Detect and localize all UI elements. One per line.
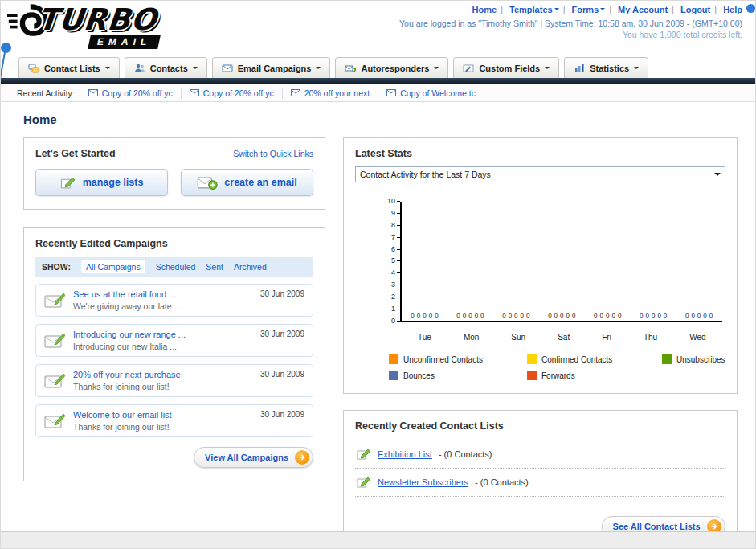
campaigns-title: Recently Edited Campaigns: [35, 238, 313, 249]
campaign-subtitle: Introducing our new Italia ...: [73, 342, 252, 351]
recent-activity-item[interactable]: Copy of 20% off yc: [181, 88, 282, 99]
autoresponders-icon: [345, 63, 356, 74]
campaign-envelope-pencil-icon: [44, 412, 65, 429]
recent-activity-item[interactable]: Copy of 20% off yc: [80, 88, 181, 99]
chart-value-label: 0: [709, 312, 713, 319]
chart-value-label: 0: [514, 312, 517, 319]
chart-value-label: 0: [691, 312, 694, 319]
envelope-icon: [190, 89, 199, 96]
campaign-envelope-pencil-icon: [44, 331, 65, 349]
chart-value-label: 0: [657, 312, 660, 319]
get-started-panel: Let's Get Started Switch to Quick Links …: [23, 137, 325, 210]
recent-activity-label: Recent Activity:: [17, 88, 75, 98]
create-email-button[interactable]: create an email: [181, 169, 313, 196]
chart-value-label: 0: [480, 312, 484, 319]
legend-swatch: [527, 354, 537, 364]
contact-list-link[interactable]: Exhibition List: [378, 449, 432, 459]
top-link-my-account[interactable]: My Account: [618, 5, 668, 14]
pencil-icon: [60, 176, 76, 190]
campaign-subtitle: Thanks for joining our list!: [73, 382, 252, 391]
campaign-subtitle: Thanks for joining our list!: [73, 422, 252, 432]
chart-value-label: 0: [521, 312, 524, 319]
dropdown-arrow-icon: [714, 173, 721, 179]
tab-statistics[interactable]: Statistics: [564, 57, 648, 78]
chart-value-label: 0: [572, 312, 575, 319]
contact-list-row: Newsletter Subscribers - (0 Contacts): [355, 469, 725, 497]
contact-list-link[interactable]: Newsletter Subscribers: [378, 477, 468, 487]
campaign-date: 30 Jun 2009: [260, 289, 304, 298]
header: TURBO EMAIL Home| Templates| Forms| My A…: [1, 1, 755, 54]
legend-swatch: [527, 371, 537, 380]
decorative-dot: [746, 4, 755, 13]
manage-lists-button[interactable]: manage lists: [35, 169, 168, 196]
chart-value-label: 0: [435, 312, 438, 319]
chart-x-label: Fri: [602, 333, 611, 342]
campaign-row: Welcome to our email list Thanks for joi…: [35, 404, 313, 437]
top-link-home[interactable]: Home: [472, 5, 497, 14]
top-link-templates[interactable]: Templates: [509, 5, 553, 14]
campaign-title-link[interactable]: Introducing our new range ...: [73, 330, 252, 339]
contact-activity-chart: 109876543210 000000000000000000000000000…: [379, 202, 722, 342]
chart-value-label: 0: [526, 312, 529, 319]
login-info: You are logged in as "Timothy Smith" | S…: [399, 18, 742, 28]
contact-lists-icon: [28, 63, 39, 74]
switch-quick-links-link[interactable]: Switch to Quick Links: [233, 149, 313, 158]
top-link-logout[interactable]: Logout: [680, 5, 710, 14]
campaign-title-link[interactable]: Welcome to our email list: [73, 410, 252, 420]
campaign-title-link[interactable]: 20% off your next purchase: [73, 370, 252, 379]
chart-value-label: 0: [640, 312, 643, 319]
chevron-down-icon: [545, 67, 550, 72]
top-link-help[interactable]: Help: [723, 5, 742, 14]
tab-email-campaigns[interactable]: Email Campaigns: [212, 57, 331, 78]
chart-y-tick: 0: [391, 318, 400, 325]
filter-archived[interactable]: Archived: [234, 262, 267, 272]
filter-all-campaigns[interactable]: All Campaigns: [81, 260, 145, 273]
legend-swatch: [662, 354, 672, 364]
tab-autoresponders[interactable]: Autoresponders: [335, 57, 448, 78]
campaign-envelope-pencil-icon: [44, 371, 65, 389]
chart-value-label: 0: [423, 312, 426, 319]
chart-value-group: 00000: [502, 312, 529, 319]
chart-value-label: 0: [600, 312, 603, 319]
chart-x-label: Wed: [689, 333, 705, 342]
get-started-title: Let's Get Started: [35, 148, 116, 159]
pencil-icon: [357, 476, 371, 489]
chart-value-label: 0: [685, 312, 689, 319]
chart-value-label: 0: [411, 312, 414, 319]
chart-value-group: 00000: [685, 312, 713, 319]
recent-activity-item[interactable]: Copy of Welcome tc: [378, 88, 484, 99]
main-nav: Contact Lists Contacts Email Campaigns A…: [1, 56, 755, 78]
chart-value-label: 0: [502, 312, 505, 319]
stats-title: Latest Stats: [355, 148, 725, 159]
campaign-filter-bar: SHOW: All Campaigns Scheduled Sent Archi…: [35, 257, 313, 277]
chevron-down-icon: [600, 8, 605, 13]
legend-item: Bounces: [389, 371, 527, 380]
campaign-row: See us at the retail food ... We're givi…: [35, 284, 313, 317]
chart-value-label: 0: [468, 312, 472, 319]
filter-sent[interactable]: Sent: [206, 262, 223, 272]
stats-period-dropdown[interactable]: Contact Activity for the Last 7 Days: [355, 166, 725, 182]
legend-item: Confirmed Contacts: [527, 354, 662, 364]
tab-contact-lists[interactable]: Contact Lists: [18, 57, 120, 78]
chart-plot-area: 00000000000000000000000000000000000: [400, 202, 722, 322]
chart-value-group: 00000: [640, 312, 667, 319]
view-all-campaigns-button[interactable]: View All Campaigns: [194, 447, 313, 468]
turbo-email-logo[interactable]: TURBO EMAIL: [7, 2, 159, 49]
recently-edited-campaigns-panel: Recently Edited Campaigns SHOW: All Camp…: [23, 227, 325, 481]
top-link-forms[interactable]: Forms: [572, 5, 599, 14]
chart-value-label: 0: [606, 312, 609, 319]
chart-value-group: 00000: [411, 312, 438, 319]
campaign-date: 30 Jun 2009: [260, 330, 304, 338]
filter-scheduled[interactable]: Scheduled: [156, 262, 196, 272]
chart-value-label: 0: [560, 312, 563, 319]
contact-list-row: Exhibition List - (0 Contacts): [355, 440, 725, 469]
campaign-title-link[interactable]: See us at the retail food ...: [73, 289, 252, 299]
tab-custom-fields[interactable]: Custom Fields: [453, 57, 559, 78]
chart-value-label: 0: [456, 312, 460, 319]
pencil-icon: [357, 448, 371, 461]
tab-contacts[interactable]: Contacts: [125, 57, 207, 78]
recent-activity-item[interactable]: 20% off your next: [282, 88, 378, 99]
chart-value-label: 0: [554, 312, 558, 319]
chart-x-label: Sun: [511, 333, 525, 342]
chevron-down-icon: [434, 67, 439, 72]
